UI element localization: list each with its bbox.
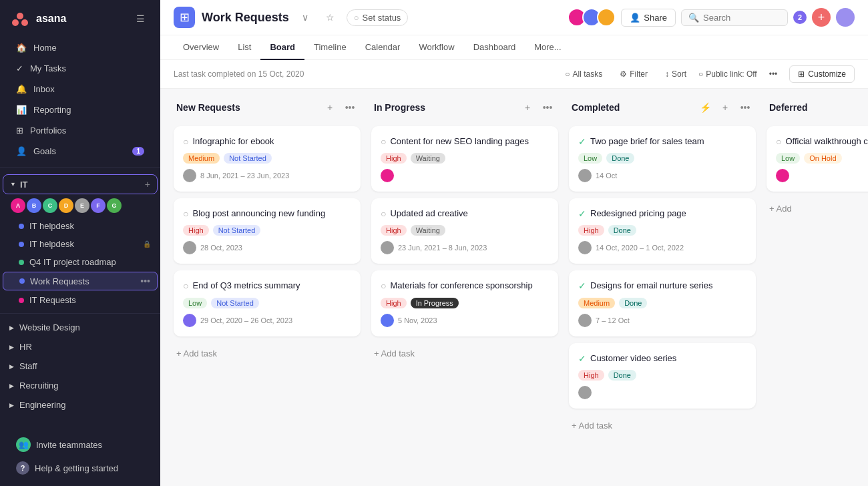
tag-high: High [381,225,407,236]
chart-icon: 📊 [16,105,27,115]
card-title-text: End of Q3 metrics summary [192,280,300,292]
it-group-add-icon[interactable]: + [145,179,150,190]
tab-dashboard[interactable]: Dashboard [464,35,525,60]
sidebar-menu-icon[interactable]: ☰ [131,9,150,28]
board-card[interactable]: ○Updated ad creativeHighWaiting23 Jun, 2… [371,198,558,264]
dropdown-arrow-btn[interactable]: ∨ [296,8,314,27]
tab-timeline[interactable]: Timeline [304,35,356,60]
tab-overview[interactable]: Overview [174,35,228,60]
invite-teammates-btn[interactable]: 👥 Invite teammates [5,433,155,457]
column-completed: Completed⚡+•••✓Two page brief for sales … [569,99,756,475]
board-card[interactable]: ○End of Q3 metrics summaryLowNot Started… [174,270,361,336]
board-card[interactable]: ✓Two page brief for sales teamLowDone14 … [569,126,756,192]
sidebar-group-hr[interactable]: ▶ HR [3,338,158,356]
tab-workflow[interactable]: Workflow [409,35,463,60]
sidebar-project-it-helpdesk-1[interactable]: IT helpdesk [3,218,158,234]
column-more-btn-in-progress[interactable]: ••• [539,99,556,115]
bell-icon: 🔔 [16,84,27,94]
add-task-btn-in-progress[interactable]: + Add task [371,343,558,364]
check-empty-icon[interactable]: ○ [381,280,386,291]
sidebar-item-inbox[interactable]: 🔔 Inbox [5,79,155,99]
public-link-toggle[interactable]: ○ Public link: Off [698,69,757,79]
it-group-header[interactable]: ▼ IT + [3,174,158,194]
card-footer: 29 Oct, 2020 – 26 Oct, 2023 [183,314,351,327]
check-done-icon[interactable]: ✓ [578,208,586,219]
board-card[interactable]: ○Official walkthrough candidatesLowOn Ho… [767,126,868,192]
check-empty-icon[interactable]: ○ [183,136,188,147]
all-tasks-label: All tasks [573,69,603,79]
sort-btn[interactable]: ↕ Sort [660,67,692,81]
sidebar-item-portfolios[interactable]: ⊞ Portfolios [5,121,155,140]
user-avatar[interactable] [836,8,855,27]
share-btn[interactable]: 👤 Share [621,9,676,27]
board-card[interactable]: ✓Redesigned pricing pageHighDone14 Oct, … [569,198,756,264]
set-status-btn[interactable]: ○ Set status [347,9,409,26]
board-card[interactable]: ○Materials for conference sponsorshipHig… [371,270,558,336]
search-input[interactable] [703,13,781,23]
tab-list[interactable]: List [228,35,260,60]
sidebar-group-recruiting[interactable]: ▶ Recruiting [3,377,158,395]
add-btn[interactable]: + [812,8,831,27]
sidebar-group-engineering[interactable]: ▶ Engineering [3,396,158,414]
add-task-btn-new-requests[interactable]: + Add task [174,343,361,364]
card-footer: 8 Jun, 2021 – 23 Jun, 2023 [183,169,351,182]
tab-calendar[interactable]: Calendar [356,35,410,60]
sidebar-project-label: IT helpdesk [29,239,74,249]
help-btn[interactable]: ? Help & getting started [5,457,155,479]
check-empty-icon[interactable]: ○ [381,136,386,147]
all-tasks-btn[interactable]: ○ All tasks [560,67,608,81]
customize-btn[interactable]: ⊞ Customize [789,65,855,83]
tab-board[interactable]: Board [260,35,304,60]
board-card[interactable]: ○Blog post announcing new fundingHighNot… [174,198,361,264]
share-icon: 👤 [630,13,640,23]
filter-btn[interactable]: ⚙ Filter [614,67,653,81]
check-empty-icon[interactable]: ○ [381,208,386,219]
column-add-btn-in-progress[interactable]: + [519,99,535,115]
project-dot [19,298,24,303]
collapsed-arrow: ▶ [9,324,14,331]
card-footer [381,169,549,182]
sidebar-item-reporting[interactable]: 📊 Reporting [5,100,155,119]
tab-more[interactable]: More... [525,35,570,60]
check-empty-icon[interactable]: ○ [183,280,188,291]
search-box[interactable]: 🔍 [681,9,788,26]
check-done-icon[interactable]: ✓ [578,280,586,291]
sidebar-group-website-design[interactable]: ▶ Website Design [3,318,158,336]
collapsed-arrow: ▶ [9,344,14,350]
more-options-btn[interactable]: ••• [764,67,783,81]
sidebar-item-my-tasks[interactable]: ✓ My Tasks [5,59,155,78]
board-card[interactable]: ✓Designs for email nurture seriesMediumD… [569,270,756,336]
more-icon[interactable]: ••• [140,276,150,286]
project-dot [19,242,24,247]
column-add-btn-completed[interactable]: + [717,99,733,115]
board-card[interactable]: ✓Customer video seriesHighDone [569,343,756,409]
sidebar-project-work-requests[interactable]: Work Requests ••• [3,272,158,290]
add-task-btn-deferred[interactable]: + Add [767,198,868,219]
sidebar-project-label: Q4 IT project roadmap [29,257,116,267]
column-more-btn-completed[interactable]: ••• [737,99,753,115]
column-add-btn-new-requests[interactable]: + [322,99,338,115]
column-more-btn-new-requests[interactable]: ••• [342,99,358,115]
sidebar-item-home-label: Home [33,43,57,53]
sidebar-project-it-requests[interactable]: IT Requests [3,292,158,308]
check-done-icon[interactable]: ✓ [578,136,586,147]
sidebar-item-inbox-label: Inbox [33,84,55,94]
check-empty-icon[interactable]: ○ [776,136,781,147]
share-label: Share [644,13,667,23]
check-done-icon[interactable]: ✓ [578,353,586,364]
board-area: New Requests+•••○Infographic for ebookMe… [160,89,868,486]
sidebar-project-it-helpdesk-2[interactable]: IT helpdesk 🔒 [3,236,158,252]
sidebar-item-home[interactable]: 🏠 Home [5,38,155,57]
sidebar-project-q4-roadmap[interactable]: Q4 IT project roadmap [3,254,158,270]
sidebar-item-goals[interactable]: 👤 Goals 1 [5,142,155,161]
board-card[interactable]: ○Content for new SEO landing pagesHighWa… [371,126,558,192]
notification-badge[interactable]: 2 [793,11,807,24]
status-circle-icon: ○ [354,13,359,23]
star-btn[interactable]: ☆ [321,8,340,27]
check-empty-icon[interactable]: ○ [183,208,188,219]
card-title-row: ○Infographic for ebook [183,136,351,148]
card-footer: 5 Nov, 2023 [381,314,549,327]
board-card[interactable]: ○Infographic for ebookMediumNot Started8… [174,126,361,192]
add-task-btn-completed[interactable]: + Add task [569,415,756,436]
sidebar-group-staff[interactable]: ▶ Staff [3,357,158,375]
